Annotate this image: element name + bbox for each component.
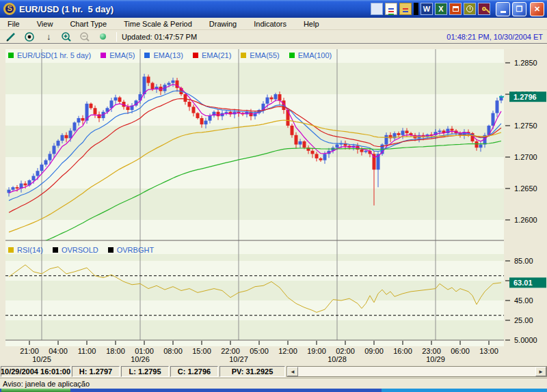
legend-swatch	[8, 247, 14, 253]
app-window: EUR/USD (1 hr. 5 day) W X	[0, 0, 547, 392]
zoom-out-icon[interactable]	[79, 31, 92, 42]
toolbar: ↓ Updated: 01:47:57 PM 01:48:21 PM, 10/3…	[0, 31, 547, 44]
server-clock: 01:48:21 PM, 10/30/2004 ET	[446, 33, 543, 41]
time-tick-label: 09:00	[364, 347, 384, 355]
time-tick-label: 19:00	[307, 347, 326, 355]
time-tick-label: 23:00	[422, 347, 441, 355]
legend-ema-21-[interactable]: EMA(21)	[193, 51, 231, 59]
legend-label: EMA(100)	[298, 51, 332, 59]
price-tick-label: 1.2750	[514, 122, 537, 130]
legend-rsi-ovrsold[interactable]: OVRSOLD	[53, 246, 98, 254]
close-button[interactable]: ✕	[530, 2, 544, 16]
status-cell-high: H: 1.2797	[72, 366, 120, 377]
rsi-tick-label: 5.0000	[514, 336, 537, 344]
calendar-icon[interactable]	[449, 3, 462, 15]
menu-bar: FileViewChart TypeTime Scale & PeriodDra…	[0, 18, 547, 30]
time-tick-label: 01:00	[135, 347, 154, 355]
taskbar-sliver	[0, 389, 547, 392]
rsi-tick-label: 45.00	[514, 296, 533, 305]
status-cell-low: L: 1.2795	[121, 366, 169, 377]
legend-eur-usd-1-hr-5-day-[interactable]: EUR/USD(1 hr. 5 day)	[8, 51, 91, 59]
legend-swatch	[8, 53, 14, 58]
menu-item-chart-type[interactable]: Chart Type	[68, 19, 109, 29]
date-label: 10/28	[328, 355, 347, 363]
hint-bar: Aviso: janela de aplicação	[0, 378, 547, 389]
price-tick-label: 1.2850	[514, 59, 537, 67]
zoom-in-icon[interactable]	[61, 31, 73, 42]
current-rsi-label: 63.01	[513, 279, 533, 287]
window-title: EUR/USD (1 hr. 5 day)	[19, 4, 114, 14]
legend-label: OVRBGHT	[117, 246, 154, 254]
menu-item-time-scale-period[interactable]: Time Scale & Period	[122, 19, 194, 29]
time-tick-label: 05:00	[250, 347, 269, 355]
pencil-icon[interactable]	[5, 31, 18, 42]
menu-item-drawing[interactable]: Drawing	[207, 19, 239, 29]
legend-ema-5-[interactable]: EMA(5)	[101, 51, 135, 59]
legend-ema-13-[interactable]: EMA(13)	[144, 51, 183, 59]
legend-swatch	[289, 53, 295, 58]
app-coin-icon	[3, 3, 16, 15]
date-label: 10/27	[229, 355, 248, 363]
time-tick-label: 02:00	[336, 347, 355, 355]
legend-ema-100-[interactable]: EMA(100)	[289, 51, 332, 59]
price-tick-label: 1.2700	[514, 153, 537, 161]
menu-item-view[interactable]: View	[35, 19, 55, 29]
notepad-icon[interactable]	[385, 3, 397, 15]
time-tick-label: 11:00	[78, 347, 96, 355]
status-cell-pivot: PV: 31.2925	[219, 366, 285, 377]
legend-rsi-ovrbght[interactable]: OVRBGHT	[108, 246, 154, 254]
arrow-down-icon[interactable]: ↓	[42, 31, 55, 42]
rsi-legend: RSI(14)OVRSOLDOVRBGHT	[8, 246, 163, 254]
legend-swatch	[53, 247, 58, 253]
rsi-tick-label: 85.00	[514, 257, 533, 265]
time-tick-label: 15:00	[192, 347, 211, 355]
time-tick-label: 08:00	[163, 347, 183, 355]
date-label: 10/26	[131, 355, 150, 363]
status-ball-icon[interactable]	[98, 31, 110, 42]
excel-icon[interactable]: X	[435, 3, 447, 15]
minimize-button[interactable]	[496, 2, 510, 16]
hint-text: Aviso: janela de aplicação	[3, 380, 90, 388]
folder-icon[interactable]	[399, 3, 412, 15]
legend-swatch	[144, 53, 150, 58]
taskbar-tray-edge	[382, 389, 547, 392]
menu-item-file[interactable]: File	[5, 19, 22, 29]
clock-icon[interactable]	[464, 3, 476, 15]
time-tick-label: 21:00	[20, 347, 39, 355]
time-tick-label: 16:00	[393, 347, 412, 355]
status-cell-close: C: 1.2796	[170, 366, 218, 377]
start-button-edge[interactable]	[1, 389, 70, 392]
price-tick-label: 1.2600	[514, 216, 537, 224]
legend-swatch	[101, 53, 106, 58]
titlebar-icons: W X ❐ ✕	[371, 2, 544, 16]
price-chart[interactable]: 21:0004:0011:0018:0001:0008:0015:0022:00…	[0, 44, 547, 365]
rsi-tick-label: 25.00	[514, 316, 533, 324]
legend-label: EUR/USD(1 hr. 5 day)	[17, 51, 91, 59]
time-tick-label: 13:00	[479, 347, 498, 355]
legend-ema-55-[interactable]: EMA(55)	[241, 51, 279, 59]
scroll-right-button[interactable]: ►	[535, 367, 546, 376]
legend-swatch	[108, 247, 114, 253]
chart-horizontal-scrollbar[interactable]: ◄ ►	[286, 366, 547, 377]
restore-button[interactable]: ❐	[512, 2, 526, 16]
menu-item-help[interactable]: Help	[302, 19, 321, 29]
crosshair-icon[interactable]	[24, 31, 36, 42]
scroll-left-button[interactable]: ◄	[287, 367, 298, 376]
legend-swatch	[193, 53, 198, 58]
legend-rsi-rsi-14-[interactable]: RSI(14)	[8, 246, 43, 254]
word-icon[interactable]: W	[421, 3, 433, 15]
date-label: 10/25	[32, 355, 51, 363]
icon-separator	[414, 3, 418, 15]
grid-icon[interactable]	[371, 3, 383, 15]
menu-item-indicators[interactable]: Indicators	[252, 19, 289, 29]
chart-area: 21:0004:0011:0018:0001:0008:0015:0022:00…	[0, 44, 547, 365]
toolbar-separator	[116, 32, 117, 42]
time-tick-label: 12:00	[278, 347, 297, 355]
legend-label: EMA(5)	[109, 51, 135, 59]
legend-label: EMA(55)	[250, 51, 279, 59]
key-icon[interactable]	[478, 3, 490, 15]
title-bar[interactable]: EUR/USD (1 hr. 5 day) W X	[0, 0, 547, 18]
updated-label: Updated: 01:47:57 PM	[122, 33, 197, 41]
status-bar: 10/29/2004 16:01:00 H: 1.2797 L: 1.2795 …	[0, 365, 547, 378]
legend-label: RSI(14)	[17, 246, 43, 254]
